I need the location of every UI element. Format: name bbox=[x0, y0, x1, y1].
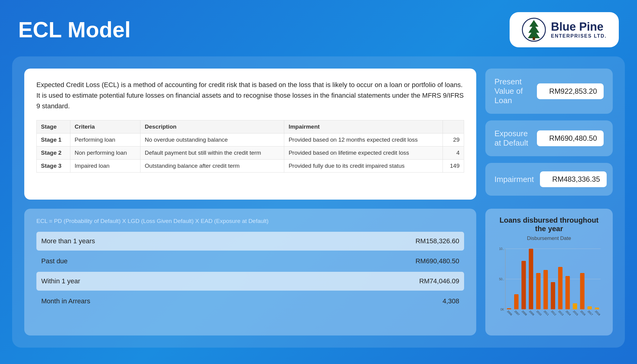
svg-text:2009: 2009 bbox=[528, 310, 535, 316]
table-header-row: Stage Criteria Description Impairment bbox=[37, 120, 464, 133]
col-description: Description bbox=[140, 120, 284, 133]
ecl-description: Expected Credit Loss (ECL) is a method o… bbox=[36, 79, 464, 112]
table-row: Stage 3 Impaired loan Outstanding balanc… bbox=[37, 159, 464, 172]
metric-value-pv: RM922,853.20 bbox=[549, 87, 597, 95]
right-top-panel: Present Value of Loan RM922,853.20 Expos… bbox=[485, 69, 613, 200]
ecl-row-label: Within 1 year bbox=[41, 277, 80, 285]
svg-text:10..: 10.. bbox=[499, 247, 504, 251]
ecl-row: More than 1 years RM158,326.60 bbox=[36, 232, 464, 251]
criteria-cell: Performing loan bbox=[70, 133, 140, 146]
col-criteria: Criteria bbox=[70, 120, 140, 133]
logo-icon bbox=[522, 18, 546, 42]
svg-rect-19 bbox=[544, 270, 548, 309]
logo-subtitle: ENTERPRISES LTD. bbox=[551, 33, 607, 39]
ecl-row-label: Month in Arrears bbox=[41, 297, 90, 305]
svg-text:2014: 2014 bbox=[565, 310, 571, 316]
svg-rect-33 bbox=[595, 308, 599, 309]
svg-rect-29 bbox=[580, 273, 584, 309]
col-impairment: Impairment bbox=[284, 120, 443, 133]
svg-text:2007: 2007 bbox=[514, 310, 520, 316]
page-title: ECL Model bbox=[18, 17, 131, 42]
svg-text:2008: 2008 bbox=[521, 310, 527, 316]
impairment-cell: Provided fully due to its credit impaire… bbox=[284, 159, 443, 172]
svg-rect-17 bbox=[536, 273, 540, 309]
chart-subtitle: Disbursement Date bbox=[494, 235, 604, 241]
svg-rect-2 bbox=[533, 37, 535, 40]
chart-panel: Loans disbursed throughout the year Disb… bbox=[485, 209, 613, 336]
description-cell: Default payment but still within the cre… bbox=[140, 146, 284, 159]
stage-cell: Stage 1 bbox=[37, 133, 70, 146]
ecl-row-value: RM690,480.50 bbox=[416, 257, 459, 265]
impairment-cell: Provided based on 12 months expected cre… bbox=[284, 133, 443, 146]
ecl-row-value: RM74,046.09 bbox=[419, 277, 459, 285]
svg-rect-23 bbox=[558, 267, 562, 309]
ecl-row: Month in Arrears 4,308 bbox=[36, 292, 464, 311]
metric-value-ead: RM690,480.50 bbox=[549, 134, 597, 142]
left-top-panel: Expected Credit Loss (ECL) is a method o… bbox=[24, 69, 476, 200]
svg-rect-25 bbox=[565, 276, 570, 309]
ecl-formula: ECL = PD (Probability of Default) X LGD … bbox=[36, 218, 464, 224]
metric-label-ead: Exposure at Default bbox=[494, 129, 531, 148]
metric-value-box-ead: RM690,480.50 bbox=[537, 130, 604, 146]
metric-card-pv: Present Value of Loan RM922,853.20 bbox=[485, 69, 613, 114]
metric-card-ead: Exposure at Default RM690,480.50 bbox=[485, 120, 613, 156]
chart-svg: 0K50..10..200620072008200920102011201220… bbox=[494, 246, 604, 325]
count-cell: 29 bbox=[443, 133, 464, 146]
chart-area: 0K50..10..200620072008200920102011201220… bbox=[494, 246, 604, 325]
ecl-row-value: 4,308 bbox=[443, 297, 459, 305]
criteria-cell: Non performing loan bbox=[70, 146, 140, 159]
svg-text:50..: 50.. bbox=[499, 278, 504, 281]
col-count bbox=[443, 120, 464, 133]
count-cell: 4 bbox=[443, 146, 464, 159]
metric-label-imp: Impairment bbox=[494, 175, 534, 184]
svg-text:0K: 0K bbox=[500, 308, 504, 311]
svg-rect-13 bbox=[521, 261, 526, 309]
svg-rect-15 bbox=[529, 249, 533, 309]
main-card: Expected Credit Loss (ECL) is a method o… bbox=[12, 56, 625, 348]
ecl-row-label: Past due bbox=[41, 257, 68, 265]
svg-rect-27 bbox=[573, 303, 577, 309]
logo-text: Blue Pine ENTERPRISES LTD. bbox=[551, 21, 607, 39]
description-cell: No overdue outstanding balance bbox=[140, 133, 284, 146]
col-stage: Stage bbox=[37, 120, 70, 133]
ecl-row: Past due RM690,480.50 bbox=[36, 252, 464, 271]
impairment-cell: Provided based on lifetime expected cred… bbox=[284, 146, 443, 159]
table-row: Stage 1 Performing loan No overdue outst… bbox=[37, 133, 464, 146]
svg-text:2006: 2006 bbox=[507, 310, 513, 316]
svg-text:2013: 2013 bbox=[558, 310, 564, 316]
svg-text:2016: 2016 bbox=[580, 310, 586, 316]
logo-box: Blue Pine ENTERPRISES LTD. bbox=[510, 12, 619, 47]
stage-cell: Stage 2 bbox=[37, 146, 70, 159]
description-cell: Outstanding balance after credit term bbox=[140, 159, 284, 172]
svg-text:2018: 2018 bbox=[594, 310, 601, 316]
svg-rect-31 bbox=[588, 306, 592, 309]
ecl-rows: More than 1 years RM158,326.60 Past due … bbox=[36, 232, 464, 311]
ecl-row-value: RM158,326.60 bbox=[416, 237, 459, 245]
svg-rect-9 bbox=[507, 308, 511, 309]
ecl-row: Within 1 year RM74,046.09 bbox=[36, 272, 464, 291]
logo-name: Blue Pine bbox=[551, 21, 607, 33]
svg-text:2017: 2017 bbox=[587, 310, 593, 316]
svg-rect-21 bbox=[551, 282, 555, 309]
stage-cell: Stage 3 bbox=[37, 159, 70, 172]
ecl-panel: ECL = PD (Probability of Default) X LGD … bbox=[24, 209, 476, 336]
metric-value-box-pv: RM922,853.20 bbox=[537, 83, 604, 99]
criteria-cell: Impaired loan bbox=[70, 159, 140, 172]
header: ECL Model Blue Pine ENTERPRISES LTD. bbox=[0, 0, 637, 56]
svg-text:2010: 2010 bbox=[536, 310, 542, 316]
ecl-row-label: More than 1 years bbox=[41, 237, 95, 245]
metric-label-pv: Present Value of Loan bbox=[494, 77, 531, 105]
chart-title: Loans disbursed throughout the year bbox=[494, 216, 604, 233]
stage-table: Stage Criteria Description Impairment St… bbox=[36, 120, 464, 173]
count-cell: 149 bbox=[443, 159, 464, 172]
metric-card-imp: Impairment RM483,336.35 bbox=[485, 163, 613, 196]
metric-value-box-imp: RM483,336.35 bbox=[540, 171, 607, 187]
svg-text:2015: 2015 bbox=[572, 310, 579, 316]
svg-rect-11 bbox=[514, 294, 518, 309]
metric-value-imp: RM483,336.35 bbox=[552, 175, 600, 183]
svg-text:2011: 2011 bbox=[543, 310, 549, 316]
table-row: Stage 2 Non performing loan Default paym… bbox=[37, 146, 464, 159]
svg-text:2012: 2012 bbox=[551, 310, 557, 316]
